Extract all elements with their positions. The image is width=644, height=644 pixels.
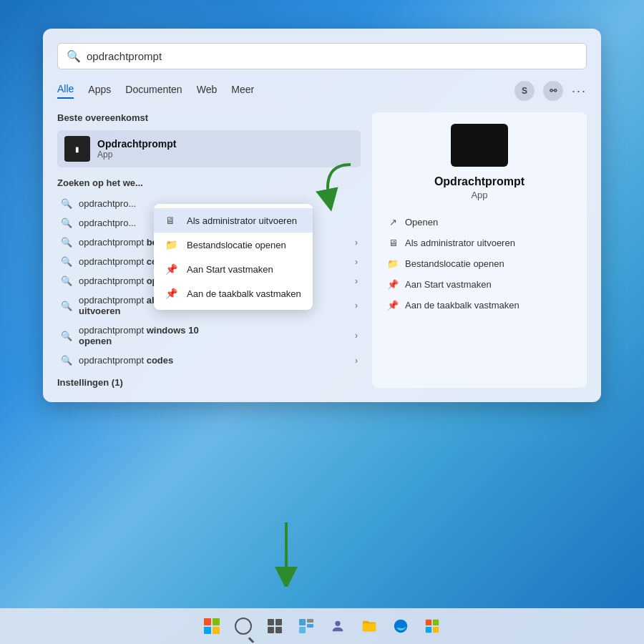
taskbar (0, 608, 644, 644)
search-icon: 🔍 (60, 218, 73, 228)
nav-tabs: Alle Apps Documenten Web Meer S ⚯ ··· (57, 81, 587, 101)
tab-alle[interactable]: Alle (57, 83, 74, 99)
teams-icon (330, 618, 346, 634)
search-icon: 🔍 (60, 331, 73, 341)
context-menu: 🖥 Als administrator uitvoeren 📁 Bestands… (154, 204, 313, 310)
widgets-button[interactable] (293, 613, 320, 640)
widgets-icon (298, 618, 314, 634)
action-pin-taskbar-label: Aan de taakbalk vastmaken (405, 300, 519, 311)
right-panel: Opdrachtprompt App ↗ Openen 🖥 Als admini… (372, 112, 587, 388)
chevron-right-icon: › (355, 276, 358, 286)
search-icon: 🔍 (67, 49, 81, 63)
edge-button[interactable] (387, 613, 414, 640)
more-options-icon[interactable]: ··· (572, 84, 587, 99)
svg-rect-1 (275, 619, 282, 625)
teams-button[interactable] (324, 613, 351, 640)
action-open[interactable]: ↗ Openen (384, 212, 575, 233)
search-icon: 🔍 (60, 198, 73, 209)
search-box[interactable]: 🔍 opdrachtprompt (57, 43, 587, 69)
context-pin-start-label: Aan Start vastmaken (187, 264, 273, 275)
network-icon[interactable]: ⚯ (543, 81, 563, 101)
chevron-right-icon: › (355, 356, 358, 366)
context-menu-item-pin-start[interactable]: 📌 Aan Start vastmaken (154, 257, 313, 281)
app-icon-small: ▮ (64, 136, 90, 162)
right-app-type: App (471, 190, 487, 200)
svg-rect-2 (268, 627, 274, 633)
edge-icon (393, 618, 409, 634)
best-match-name: Opdrachtprompt (97, 138, 176, 150)
search-panel: 🔍 opdrachtprompt Alle Apps Documenten We… (43, 29, 601, 402)
search-icon: 🔍 (60, 256, 73, 267)
list-item[interactable]: 🔍 opdrachtprompt codes › (57, 351, 361, 370)
chevron-right-icon: › (355, 331, 358, 341)
action-pin-start-label: Aan Start vastmaken (405, 279, 492, 290)
tab-apps[interactable]: Apps (88, 84, 111, 98)
pin-taskbar-icon: 📌 (386, 300, 399, 311)
taskview-icon (267, 618, 283, 634)
user-avatar[interactable]: S (514, 81, 535, 101)
best-match-type: App (97, 150, 176, 160)
context-menu-item-pin-taskbar[interactable]: 📌 Aan de taakbalk vastmaken (154, 281, 313, 306)
best-match-info: Opdrachtprompt App (97, 138, 176, 160)
search-icon: 🔍 (60, 237, 73, 248)
right-actions: ↗ Openen 🖥 Als administrator uitvoeren 📁… (384, 212, 575, 316)
pin-start-icon: 📌 (386, 279, 399, 290)
chevron-right-icon: › (355, 238, 358, 248)
context-pin-taskbar-label: Aan de taakbalk vastmaken (187, 288, 301, 299)
svg-rect-7 (299, 627, 306, 633)
store-button[interactable] (419, 613, 446, 640)
windows-logo (204, 618, 220, 634)
nav-icons: S ⚯ ··· (514, 81, 587, 101)
svg-rect-13 (433, 627, 439, 633)
svg-rect-10 (426, 620, 431, 625)
action-admin[interactable]: 🖥 Als administrator uitvoeren (384, 233, 575, 253)
action-pin-start[interactable]: 📌 Aan Start vastmaken (384, 274, 575, 295)
action-admin-label: Als administrator uitvoeren (405, 238, 515, 248)
suggestion-text: opdrachtprompt codes (79, 355, 173, 366)
best-match-item[interactable]: ▮ Opdrachtprompt App (57, 130, 361, 167)
pin-start-context-icon: 📌 (165, 263, 180, 275)
search-taskbar-icon (235, 618, 252, 635)
search-input[interactable]: opdrachtprompt (87, 50, 162, 62)
open-icon: ↗ (386, 217, 399, 228)
best-match-label: Beste overeenkomst (57, 112, 361, 123)
tab-web[interactable]: Web (197, 84, 218, 98)
chevron-right-icon: › (355, 257, 358, 267)
tab-meer[interactable]: Meer (231, 84, 254, 98)
list-item[interactable]: 🔍 opdrachtprompt windows 10openen › (57, 321, 361, 351)
pin-taskbar-context-icon: 📌 (165, 288, 180, 299)
suggestion-text: opdrachtpro... (79, 218, 136, 228)
admin-icon: 🖥 (386, 238, 399, 248)
svg-rect-4 (299, 619, 306, 625)
svg-rect-6 (307, 624, 313, 628)
folder-context-icon: 📁 (165, 239, 180, 250)
file-explorer-button[interactable] (356, 613, 383, 640)
start-button[interactable] (198, 613, 225, 640)
action-folder[interactable]: 📁 Bestandslocatie openen (384, 253, 575, 274)
action-pin-taskbar[interactable]: 📌 Aan de taakbalk vastmaken (384, 295, 575, 316)
right-app-name: Opdrachtprompt (434, 175, 525, 188)
search-icon: 🔍 (60, 301, 73, 311)
file-explorer-icon (361, 618, 377, 634)
taskview-button[interactable] (261, 613, 288, 640)
search-icon: 🔍 (60, 275, 73, 286)
action-folder-label: Bestandslocatie openen (405, 258, 504, 269)
chevron-right-icon: › (355, 301, 358, 311)
settings-section-label: Instellingen (1) (57, 377, 361, 388)
action-open-label: Openen (405, 217, 438, 228)
tab-documenten[interactable]: Documenten (125, 84, 182, 98)
context-folder-label: Bestandslocatie openen (187, 240, 286, 250)
suggestion-text: opdrachtprompt windows 10openen (79, 325, 199, 346)
web-section-label: Zoeken op het we... (57, 177, 361, 188)
main-content: Beste overeenkomst ▮ Opdrachtprompt App … (57, 112, 587, 388)
svg-rect-5 (307, 619, 313, 623)
svg-rect-12 (426, 627, 431, 633)
svg-rect-3 (275, 627, 282, 633)
svg-point-8 (335, 621, 340, 626)
svg-rect-0 (268, 619, 274, 625)
context-menu-item-admin[interactable]: 🖥 Als administrator uitvoeren (154, 208, 313, 233)
search-taskbar-button[interactable] (230, 613, 257, 640)
context-menu-item-folder[interactable]: 📁 Bestandslocatie openen (154, 233, 313, 257)
svg-rect-11 (433, 620, 439, 625)
store-icon (424, 618, 440, 634)
